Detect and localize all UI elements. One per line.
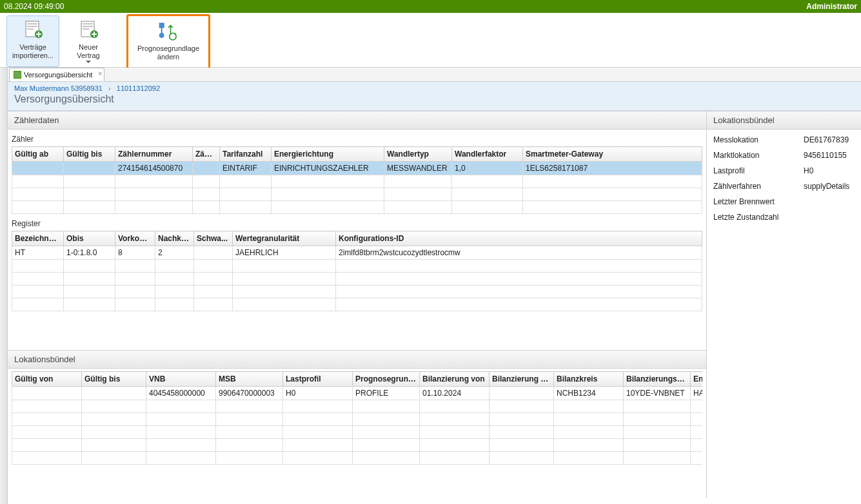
- topbar-datetime: 08.2024 09:49:00: [4, 0, 64, 13]
- ribbon-label: Prognosegrundlageändern: [137, 44, 199, 61]
- document-new-icon: [76, 19, 101, 41]
- svg-point-6: [159, 33, 164, 37]
- topbar-user: Administrator: [806, 0, 857, 13]
- prognosis-change-icon: [156, 20, 181, 42]
- ribbon: Verträgeimportieren... NeuerVertrag: [0, 13, 861, 68]
- import-contracts-button[interactable]: Verträgeimportieren...: [6, 15, 59, 67]
- new-contract-button[interactable]: NeuerVertrag: [62, 15, 115, 67]
- document-import-icon: [21, 19, 45, 41]
- svg-rect-4: [159, 23, 164, 28]
- ribbon-label: NeuerVertrag: [77, 43, 99, 60]
- ribbon-label: Verträgeimportieren...: [12, 43, 54, 60]
- topbar: 08.2024 09:49:00 Administrator: [0, 0, 861, 13]
- change-prognosis-button[interactable]: Prognosegrundlageändern: [126, 14, 210, 68]
- chevron-down-icon: [86, 61, 91, 64]
